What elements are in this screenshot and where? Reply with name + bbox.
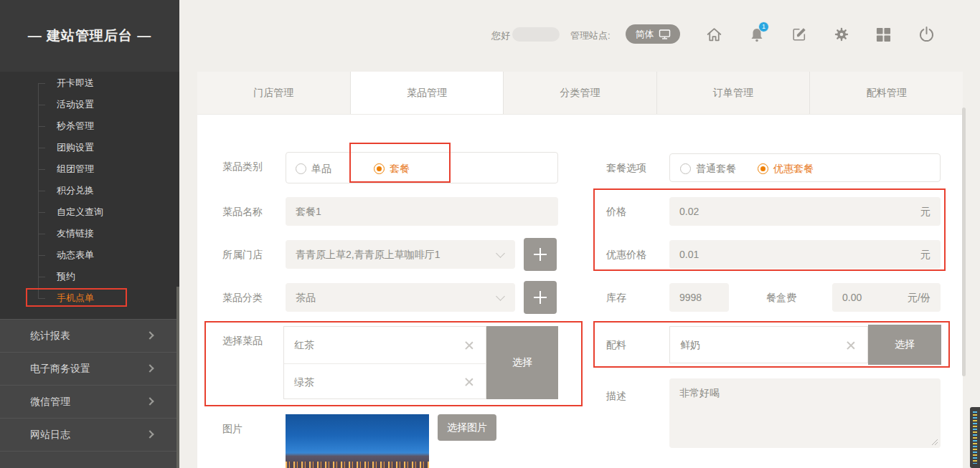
sidebar-section-ecommerce[interactable]: 电子商务设置: [0, 352, 179, 385]
radio-on-icon[interactable]: [758, 163, 768, 174]
tree-tick-icon: [38, 126, 45, 127]
content-scrollbar[interactable]: [962, 108, 966, 376]
radio-combo[interactable]: 套餐: [374, 162, 410, 176]
ingredient-select-button[interactable]: 选择: [868, 325, 941, 365]
chevron-right-icon: [146, 397, 154, 405]
sidebar-item-group-management[interactable]: 组团管理: [0, 158, 179, 180]
notification-badge: 1: [758, 22, 769, 32]
dish-name-label: 菜品名称: [222, 197, 263, 226]
tab-store-management[interactable]: 门店管理: [197, 72, 351, 114]
select-image-button[interactable]: 选择图片: [438, 414, 496, 441]
dish-image-thumbnail[interactable]: [286, 414, 429, 468]
plus-icon: [533, 247, 547, 262]
image-label: 图片: [222, 414, 242, 443]
dish-list-item: 红茶: [284, 327, 487, 363]
description-textarea[interactable]: 非常好喝: [669, 378, 941, 448]
tab-category-management[interactable]: 分类管理: [504, 72, 657, 114]
tab-ingredient-management[interactable]: 配料管理: [810, 72, 963, 114]
dish-type-radio-group: 单品 套餐: [286, 152, 558, 183]
radio-normal-combo[interactable]: 普通套餐: [680, 162, 736, 176]
combo-option-radio-group: 普通套餐 优惠套餐: [669, 153, 941, 182]
sidebar-item-group-buy[interactable]: 团购设置: [0, 137, 179, 158]
language-button[interactable]: 简体: [626, 24, 680, 44]
tab-order-management[interactable]: 订单管理: [657, 72, 811, 114]
radio-off-icon[interactable]: [296, 163, 306, 174]
content-card: 门店管理 菜品管理 分类管理 订单管理 配料管理 菜品类别 单品 套餐 菜品名称…: [197, 72, 963, 468]
widget-stripes-icon: [973, 411, 977, 464]
chevron-right-icon: [146, 430, 154, 438]
price-label: 价格: [606, 197, 626, 226]
sidebar-item-custom-query[interactable]: 自定义查询: [0, 201, 179, 223]
sidebar-item-points-exchange[interactable]: 积分兑换: [0, 180, 179, 201]
ingredient-input[interactable]: 鲜奶: [669, 326, 868, 363]
sidebar-submenu: 开卡即送 活动设置 秒杀管理 团购设置 组团管理 积分兑换 自定义查询 友情链接…: [0, 72, 179, 319]
discount-price-input[interactable]: 0.01元: [669, 240, 941, 269]
remove-icon[interactable]: [846, 340, 856, 350]
side-widget[interactable]: [970, 407, 980, 468]
radio-single[interactable]: 单品: [296, 162, 331, 176]
discount-price-label: 优惠价格: [606, 240, 646, 269]
selected-dish-list: 红茶 绿茶: [283, 326, 486, 399]
sidebar-section-wechat[interactable]: 微信管理: [0, 385, 179, 418]
tree-tick-icon: [38, 105, 45, 105]
gear-icon[interactable]: [834, 27, 849, 45]
plus-icon: [533, 290, 547, 305]
user-name-redacted: [512, 27, 560, 42]
category-add-button[interactable]: [524, 281, 557, 314]
radio-on-icon[interactable]: [374, 163, 385, 174]
sidebar-section-site-logs[interactable]: 网站日志: [0, 418, 179, 451]
tab-dish-management[interactable]: 菜品管理: [351, 72, 504, 114]
sidebar-item-reservation[interactable]: 预约: [0, 266, 179, 287]
screen: — 建站管理后台 — 开卡即送 活动设置 秒杀管理 团购设置 组团管理 积分兑换…: [0, 0, 980, 468]
box-fee-label: 餐盒费: [766, 283, 796, 312]
greeting-text: 您好: [491, 29, 510, 42]
price-input[interactable]: 0.02元: [669, 197, 941, 226]
remove-icon[interactable]: [464, 340, 474, 350]
store-add-button[interactable]: [524, 238, 557, 271]
stock-input[interactable]: 9998: [669, 283, 729, 312]
sidebar-item-friend-links[interactable]: 友情链接: [0, 223, 179, 244]
category-label: 菜品分类: [222, 283, 263, 312]
box-fee-input[interactable]: 0.00元/份: [832, 283, 941, 312]
tree-tick-icon: [38, 83, 45, 84]
combo-option-label: 套餐选项: [606, 153, 646, 182]
sidebar-section-statistics[interactable]: 统计报表: [0, 319, 179, 352]
app-title: — 建站管理后台 —: [0, 0, 179, 72]
unit-label: 元/份: [908, 283, 930, 312]
store-select[interactable]: 青青原上草2,青青原上草咖啡厅1: [286, 240, 515, 269]
sidebar-item-open-card-gift[interactable]: 开卡即送: [0, 72, 179, 94]
tree-tick-icon: [38, 191, 45, 191]
edit-icon[interactable]: [791, 27, 807, 45]
unit-label: 元: [920, 197, 930, 226]
radio-off-icon[interactable]: [680, 163, 691, 174]
sidebar-sections: 统计报表 电子商务设置 微信管理 网站日志: [0, 319, 179, 468]
chevron-right-icon: [146, 331, 154, 339]
site-label: 管理站点:: [570, 29, 611, 42]
sidebar-item-activity-settings[interactable]: 活动设置: [0, 94, 179, 115]
sidebar-scrollbar[interactable]: [176, 287, 179, 468]
apps-grid-icon[interactable]: [876, 27, 891, 45]
sidebar-item-dynamic-forms[interactable]: 动态表单: [0, 244, 179, 266]
ingredient-label: 配料: [606, 330, 626, 359]
sidebar-item-flash-sale[interactable]: 秒杀管理: [0, 115, 179, 137]
remove-icon[interactable]: [464, 377, 474, 387]
annotation-box-mobile-order: [26, 288, 127, 307]
dish-name-input[interactable]: 套餐1: [286, 197, 558, 226]
unit-label: 元: [920, 240, 930, 269]
store-label: 所属门店: [222, 240, 263, 269]
select-dish-label: 选择菜品: [222, 326, 263, 355]
home-icon[interactable]: [705, 26, 723, 47]
sidebar-section-partial: [0, 451, 179, 468]
category-select[interactable]: 茶品: [286, 283, 515, 312]
stock-label: 库存: [606, 283, 626, 312]
dish-type-label: 菜品类别: [222, 152, 263, 181]
tree-tick-icon: [38, 169, 45, 170]
tree-tick-icon: [38, 212, 45, 213]
resize-handle[interactable]: [930, 438, 938, 445]
radio-discount-combo[interactable]: 优惠套餐: [758, 162, 814, 176]
select-dish-button[interactable]: 选择: [486, 326, 558, 399]
tree-tick-icon: [38, 255, 45, 256]
power-logout-icon[interactable]: [918, 26, 936, 47]
chevron-right-icon: [146, 364, 154, 372]
sidebar: — 建站管理后台 — 开卡即送 活动设置 秒杀管理 团购设置 组团管理 积分兑换…: [0, 0, 179, 468]
